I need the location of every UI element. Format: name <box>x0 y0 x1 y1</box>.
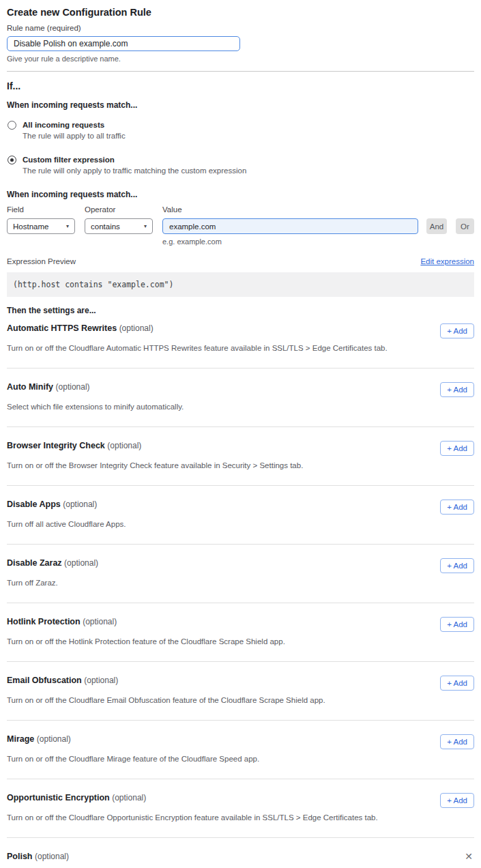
optional-tag: (optional) <box>37 734 71 744</box>
optional-tag: (optional) <box>112 793 146 802</box>
radio-option-label: Custom filter expression <box>23 155 246 164</box>
add-button[interactable]: + Add <box>440 441 474 456</box>
setting-row-email-obfuscation: Email Obfuscation (optional) + Add Turn … <box>7 662 474 721</box>
setting-head: Opportunistic Encryption (optional) + Ad… <box>7 793 474 808</box>
value-column: Value e.g. example.com <box>162 205 418 246</box>
optional-tag: (optional) <box>107 441 141 450</box>
setting-name: Opportunistic Encryption <box>7 793 110 802</box>
setting-head: Browser Integrity Check (optional) + Add <box>7 441 474 456</box>
setting-description: Turn on or off the Browser Integrity Che… <box>7 461 474 470</box>
setting-description: Turn on or off the Cloudflare Mirage fea… <box>7 755 474 764</box>
setting-row-automatic-https-rewrites: Automatic HTTPS Rewrites (optional) + Ad… <box>7 315 474 368</box>
chevron-down-icon: ▾ <box>66 224 69 229</box>
setting-description: Turn on or off the Hotlink Protection fe… <box>7 637 474 646</box>
field-column: Field Hostname ▾ <box>7 205 75 234</box>
setting-description: Turn off Zaraz. <box>7 579 474 588</box>
edit-expression-link[interactable]: Edit expression <box>420 257 474 266</box>
setting-head: Disable Apps (optional) + Add <box>7 500 474 515</box>
radio-option-all-incoming-requests[interactable]: All incoming requests The rule will appl… <box>7 120 474 141</box>
optional-tag: (optional) <box>63 500 97 509</box>
radio-option-custom-filter-expression[interactable]: Custom filter expression The rule will o… <box>7 155 474 175</box>
expression-builder-heading: When incoming requests match... <box>7 190 474 199</box>
optional-tag: (optional) <box>83 617 117 626</box>
setting-name: Hotlink Protection <box>7 617 81 626</box>
operator-column: Operator contains ▾ <box>85 205 153 234</box>
setting-name: Disable Apps <box>7 500 61 509</box>
setting-row-disable-apps: Disable Apps (optional) + Add Turn off a… <box>7 486 474 545</box>
radio-option-label: All incoming requests <box>23 120 126 130</box>
optional-tag: (optional) <box>84 676 118 685</box>
incoming-requests-match-heading: When incoming requests match... <box>7 100 474 110</box>
radio-option-description: The rule will apply to all traffic <box>23 132 126 141</box>
setting-name: Disable Zaraz <box>7 558 62 568</box>
add-button[interactable]: + Add <box>440 500 474 515</box>
setting-row-polish: Polish (optional) ✕ Change the settings … <box>7 838 474 868</box>
radio-button-icon[interactable] <box>8 121 16 130</box>
setting-title: Browser Integrity Check (optional) <box>7 441 141 451</box>
rule-name-input[interactable] <box>7 36 240 51</box>
setting-head: Auto Minify (optional) + Add <box>7 382 474 397</box>
field-select-value: Hostname <box>13 222 48 231</box>
setting-name: Auto Minify <box>7 382 53 392</box>
setting-description: Turn off all active Cloudflare Apps. <box>7 520 474 529</box>
divider <box>7 71 474 72</box>
operator-select-value: contains <box>91 222 120 231</box>
field-select[interactable]: Hostname ▾ <box>7 218 75 234</box>
setting-description: Select which file extensions to minify a… <box>7 403 474 411</box>
setting-head: Hotlink Protection (optional) + Add <box>7 617 474 632</box>
add-button[interactable]: + Add <box>440 382 474 397</box>
setting-head: Mirage (optional) + Add <box>7 734 474 749</box>
setting-head: Disable Zaraz (optional) + Add <box>7 558 474 573</box>
radio-option-text: Custom filter expression The rule will o… <box>23 155 246 175</box>
radio-option-text: All incoming requests The rule will appl… <box>23 120 126 141</box>
setting-row-mirage: Mirage (optional) + Add Turn on or off t… <box>7 721 474 779</box>
setting-description: Turn on or off the Cloudflare Automatic … <box>7 344 474 353</box>
then-settings-heading: Then the settings are... <box>7 306 474 315</box>
optional-tag: (optional) <box>35 852 69 861</box>
expression-preview-code: (http.host contains "example.com") <box>7 272 474 297</box>
add-button[interactable]: + Add <box>440 617 474 632</box>
optional-tag: (optional) <box>64 558 98 568</box>
if-heading: If... <box>7 81 474 92</box>
optional-tag: (optional) <box>119 323 154 333</box>
optional-tag: (optional) <box>56 382 90 392</box>
rule-name-helper: Give your rule a descriptive name. <box>7 55 474 63</box>
operator-select[interactable]: contains ▾ <box>85 218 153 234</box>
setting-row-hotlink-protection: Hotlink Protection (optional) + Add Turn… <box>7 603 474 662</box>
setting-row-disable-zaraz: Disable Zaraz (optional) + Add Turn off … <box>7 545 474 603</box>
setting-description: Turn on or off the Cloudflare Opportunis… <box>7 813 474 822</box>
radio-button-icon[interactable] <box>8 156 16 164</box>
page-title: Create new Configuration Rule <box>7 6 474 18</box>
setting-title: Disable Apps (optional) <box>7 500 97 510</box>
setting-name: Email Obfuscation <box>7 676 82 685</box>
value-input[interactable] <box>162 218 418 234</box>
close-icon[interactable]: ✕ <box>463 852 474 861</box>
create-configuration-rule-form: Create new Configuration Rule Rule name … <box>0 6 481 868</box>
add-button[interactable]: + Add <box>440 734 474 749</box>
setting-row-auto-minify: Auto Minify (optional) + Add Select whic… <box>7 368 474 427</box>
setting-head: Email Obfuscation (optional) + Add <box>7 676 474 691</box>
setting-title: Polish (optional) <box>7 852 69 862</box>
setting-name: Mirage <box>7 734 34 744</box>
value-label: Value <box>162 205 418 214</box>
setting-name: Automatic HTTPS Rewrites <box>7 323 117 333</box>
setting-title: Disable Zaraz (optional) <box>7 558 98 568</box>
expression-preview-header: Expression Preview Edit expression <box>7 257 474 266</box>
or-button[interactable]: Or <box>456 218 474 234</box>
setting-title: Opportunistic Encryption (optional) <box>7 793 146 803</box>
setting-title: Auto Minify (optional) <box>7 382 90 392</box>
radio-option-description: The rule will only apply to traffic matc… <box>23 167 246 175</box>
add-button[interactable]: + Add <box>440 676 474 691</box>
setting-title: Mirage (optional) <box>7 734 71 744</box>
and-button[interactable]: And <box>426 218 447 234</box>
setting-row-browser-integrity-check: Browser Integrity Check (optional) + Add… <box>7 427 474 486</box>
setting-title: Email Obfuscation (optional) <box>7 676 118 686</box>
add-button[interactable]: + Add <box>440 558 474 573</box>
setting-description: Turn on or off the Cloudflare Email Obfu… <box>7 696 474 705</box>
setting-row-opportunistic-encryption: Opportunistic Encryption (optional) + Ad… <box>7 779 474 838</box>
field-label: Field <box>7 205 75 214</box>
add-button[interactable]: + Add <box>440 793 474 808</box>
add-button[interactable]: + Add <box>440 323 474 338</box>
expression-builder-row: Field Hostname ▾ Operator contains ▾ Val… <box>7 205 474 246</box>
setting-head: Polish (optional) ✕ <box>7 852 474 862</box>
